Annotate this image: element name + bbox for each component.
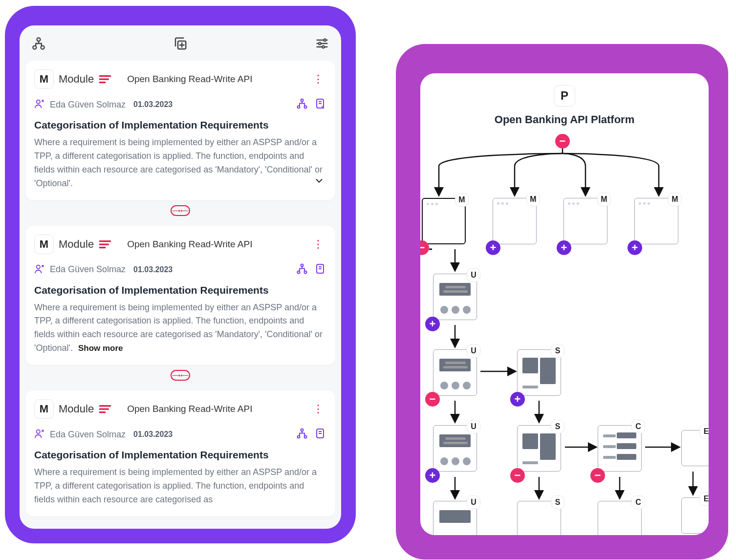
show-more-link[interactable]: Show more: [78, 344, 123, 353]
expand-node-button[interactable]: +: [486, 240, 500, 255]
card-body-text: Where a requirement is being implemented…: [34, 137, 323, 188]
card-date: 01.03.2023: [133, 100, 173, 109]
list-panel: M Module Open Banking Read-Write API ⋮ E…: [5, 6, 356, 543]
collapse-node-button[interactable]: −: [555, 134, 570, 149]
paragraph-icon: [99, 404, 111, 414]
platform-title: Open Banking API Platform: [429, 113, 700, 126]
type-letter-badge: M: [34, 235, 54, 254]
svg-point-19: [298, 436, 300, 438]
svg-point-10: [304, 106, 307, 108]
card-body-text: Where a requirement is being implemented…: [34, 302, 323, 353]
card-meta: Eda Güven Solmaz 01.03.2023: [34, 263, 326, 277]
expand-node-button[interactable]: +: [628, 240, 642, 255]
paragraph-icon: [99, 74, 111, 84]
breadcrumb-api: Open Banking Read-Write API: [116, 74, 305, 85]
tree-icon[interactable]: [296, 428, 308, 441]
svg-point-4: [324, 39, 326, 42]
list-panel-inner: M Module Open Banking Read-Write API ⋮ E…: [20, 25, 341, 529]
tree-node-element[interactable]: E: [681, 430, 709, 466]
module-card[interactable]: M Module Open Banking Read-Write API ⋮ E…: [25, 226, 335, 366]
expand-node-button[interactable]: +: [510, 392, 525, 407]
sitemap-icon[interactable]: [30, 35, 47, 52]
expand-chevron-icon[interactable]: [314, 175, 325, 191]
expand-node-button[interactable]: +: [425, 468, 440, 483]
author-icon: [34, 428, 45, 441]
card-date: 01.03.2023: [133, 430, 173, 439]
tree-node-screen[interactable]: S: [517, 425, 561, 472]
note-edit-icon[interactable]: [315, 428, 326, 441]
card-title: Categorisation of Implementation Require…: [34, 449, 326, 461]
card-body: Where a requirement is being implemented…: [34, 466, 326, 507]
svg-point-8: [301, 99, 303, 102]
author-name: Eda Güven Solmaz: [50, 100, 126, 110]
tree-node-element[interactable]: E: [681, 497, 709, 534]
tree-node-module[interactable]: M: [634, 198, 678, 244]
svg-point-9: [298, 106, 300, 108]
card-menu-kebab[interactable]: ⋮: [310, 403, 326, 415]
expand-node-button[interactable]: +: [557, 240, 571, 255]
tree-node-ui[interactable]: U: [433, 425, 477, 472]
note-edit-icon[interactable]: [315, 98, 326, 111]
filter-sliders-icon[interactable]: [314, 35, 330, 52]
type-label: Module: [59, 403, 94, 415]
collapse-node-button[interactable]: −: [590, 468, 605, 483]
tree-node-ui[interactable]: U: [433, 349, 477, 396]
tree-node-component[interactable]: C: [598, 425, 642, 472]
diagram-panel: P Open Banking API Platform −: [396, 44, 728, 560]
collapse-node-button[interactable]: −: [425, 392, 440, 407]
module-card[interactable]: M Module Open Banking Read-Write API ⋮ E…: [25, 61, 335, 200]
card-link-chip[interactable]: ⟶⟵: [25, 370, 335, 381]
module-card[interactable]: M Module Open Banking Read-Write API ⋮ E…: [25, 390, 335, 517]
tree-node-screen[interactable]: S: [517, 501, 561, 535]
svg-point-12: [37, 265, 40, 268]
card-header: M Module Open Banking Read-Write API ⋮: [34, 399, 326, 419]
svg-point-5: [319, 43, 321, 45]
tree-icon[interactable]: [296, 263, 308, 277]
card-menu-kebab[interactable]: ⋮: [310, 73, 326, 86]
tree-node-module[interactable]: M: [422, 198, 466, 244]
svg-point-13: [301, 264, 303, 266]
card-date: 01.03.2023: [133, 265, 173, 274]
expand-node-button[interactable]: +: [425, 317, 440, 331]
card-body: Where a requirement is being implemented…: [34, 136, 326, 191]
svg-point-18: [301, 429, 303, 431]
collapse-node-button[interactable]: −: [510, 468, 525, 483]
paragraph-icon: [99, 239, 111, 249]
svg-point-6: [322, 46, 325, 48]
tree-node-module[interactable]: M: [493, 198, 537, 244]
card-header: M Module Open Banking Read-Write API ⋮: [34, 69, 326, 89]
type-label: Module: [59, 238, 94, 251]
platform-letter-badge: P: [554, 85, 575, 107]
duplicate-add-icon[interactable]: [172, 35, 189, 52]
tree-node-ui[interactable]: U: [433, 274, 477, 320]
svg-point-20: [304, 436, 307, 438]
note-edit-icon[interactable]: [315, 263, 326, 277]
breadcrumb-api: Open Banking Read-Write API: [116, 404, 305, 414]
author-name: Eda Güven Solmaz: [50, 430, 126, 440]
card-body-text: Where a requirement is being implemented…: [34, 467, 317, 504]
card-menu-kebab[interactable]: ⋮: [310, 238, 326, 251]
tree-node-module[interactable]: M: [563, 198, 607, 244]
tree-node-screen[interactable]: S: [517, 349, 561, 396]
type-label: Module: [59, 73, 94, 86]
card-meta: Eda Güven Solmaz 01.03.2023: [34, 428, 326, 441]
type-letter-badge: M: [34, 399, 54, 419]
platform-header: P Open Banking API Platform: [429, 85, 700, 126]
author-icon: [34, 98, 45, 111]
tree-icon[interactable]: [296, 98, 308, 111]
tree-node-component[interactable]: C: [598, 501, 642, 535]
card-title: Categorisation of Implementation Require…: [34, 284, 326, 296]
diagram-panel-inner: P Open Banking API Platform −: [420, 73, 709, 535]
author-icon: [34, 263, 45, 276]
card-link-chip[interactable]: ⟶⟵: [25, 205, 335, 216]
svg-point-17: [37, 430, 40, 433]
svg-point-14: [298, 271, 300, 273]
svg-point-7: [37, 100, 40, 104]
tree-diagram[interactable]: −: [429, 132, 700, 535]
card-title: Categorisation of Implementation Require…: [34, 119, 326, 131]
toolbar: [25, 33, 335, 61]
tree-node-ui[interactable]: U: [433, 501, 477, 535]
card-body: Where a requirement is being implemented…: [34, 301, 326, 356]
author-name: Eda Güven Solmaz: [50, 264, 126, 275]
card-meta: Eda Güven Solmaz 01.03.2023: [34, 98, 326, 111]
